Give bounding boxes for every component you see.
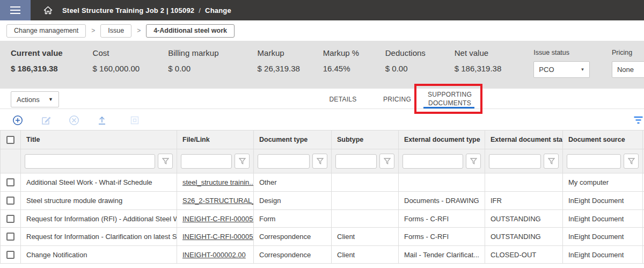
title-separator: / <box>199 6 201 15</box>
cell-external-document-type: Documents - DRAWING <box>399 192 485 210</box>
edit-document-icon[interactable] <box>41 115 52 126</box>
cancel-document-icon[interactable] <box>69 115 79 126</box>
table-row[interactable]: Steel structure module drawing S26_2-STR… <box>1 192 644 210</box>
title-filter-funnel-icon[interactable] <box>158 154 173 169</box>
row-checkbox[interactable] <box>6 178 14 186</box>
external-document-status-filter-input[interactable] <box>489 154 541 169</box>
metric-billing-markup: Billing markup $ 0.00 <box>168 41 257 89</box>
table-row[interactable]: Request for Information - Clarification … <box>1 228 644 246</box>
document-type-filter-funnel-icon[interactable] <box>312 154 327 169</box>
supporting-documents-table: Title File/Link Document type Subtype Ex… <box>0 130 644 264</box>
cell-title: Additional Steel Work - What-if Schedule <box>21 173 177 192</box>
cell-document-source: InEight Document <box>563 246 643 264</box>
home-icon[interactable] <box>36 0 60 20</box>
issue-status-value: PCO <box>539 66 554 74</box>
cell-document-source: InEight Document <box>563 210 643 228</box>
subtype-filter-input[interactable] <box>335 154 377 169</box>
metric-value: $ 186,319.38 <box>11 64 93 73</box>
table-row[interactable]: Change Notification INEIGHT-000002.00 Co… <box>1 246 644 264</box>
cell-document-source: InEight Document <box>563 228 643 246</box>
menu-icon[interactable] <box>0 0 31 20</box>
tab-pricing[interactable]: PRICING <box>381 96 413 103</box>
select-all-checkbox[interactable] <box>6 136 14 144</box>
table-row[interactable]: Additional Steel Work - What-if Schedule… <box>1 173 644 192</box>
metric-value: 16.45% <box>323 64 385 73</box>
metric-label: Markup % <box>323 48 385 57</box>
cell-document-type: Form <box>254 210 332 228</box>
grid-toolbar <box>0 109 644 130</box>
cell-external-document-status: OUTSTANDING <box>485 210 563 228</box>
cell-external-document-status: IFR <box>485 192 563 210</box>
row-checkbox[interactable] <box>6 251 14 259</box>
title-filter-input[interactable] <box>25 154 155 169</box>
file-link[interactable]: INEIGHT-C-RFI-000052 <box>182 233 254 241</box>
column-header-document-source[interactable]: Document source <box>563 131 643 149</box>
file-link-filter-input[interactable] <box>181 154 232 169</box>
project-title: Steel Structure Training Job 2 | 105092 <box>62 6 194 15</box>
external-document-type-filter-funnel-icon[interactable] <box>466 154 481 169</box>
row-checkbox[interactable] <box>6 215 14 223</box>
metric-label: Billing markup <box>168 48 257 57</box>
cell-subtype <box>332 173 399 192</box>
tab-details[interactable]: DETAILS <box>325 96 361 103</box>
cell-title: Steel structure module drawing <box>21 192 177 210</box>
pricing-field: Pricing None <box>612 41 644 89</box>
cell-document-type: Correspondence <box>254 246 332 264</box>
file-link-filter-funnel-icon[interactable] <box>235 154 250 169</box>
metric-label: Current value <box>11 48 93 57</box>
document-source-filter-funnel-icon[interactable] <box>624 154 639 169</box>
cell-subtype <box>332 192 399 210</box>
cell-document-source: My computer <box>563 173 643 192</box>
document-source-filter-input[interactable] <box>567 154 621 169</box>
metric-current-value: Current value $ 186,319.38 <box>11 41 93 89</box>
breadcrumb-issue[interactable]: Issue <box>100 24 131 38</box>
external-document-type-filter-input[interactable] <box>402 154 463 169</box>
pricing-select[interactable]: None <box>612 61 644 78</box>
upload-document-icon[interactable] <box>97 115 107 126</box>
external-document-status-filter-funnel-icon[interactable] <box>544 154 559 169</box>
cell-subtype <box>332 210 399 228</box>
metric-value: $ 0.00 <box>385 64 455 73</box>
tab-supporting-documents[interactable]: SUPPORTING DOCUMENTS <box>421 90 478 107</box>
row-checkbox[interactable] <box>6 197 14 205</box>
file-link[interactable]: S26_2-STRUCTURAL_... <box>182 197 254 205</box>
cell-document-type: Design <box>254 192 332 210</box>
file-link[interactable]: steel_structure trainin... <box>182 178 254 186</box>
table-row[interactable]: Request for Information (RFI) - Addition… <box>1 210 644 228</box>
cell-subtype: Client <box>332 228 399 246</box>
issue-status-select[interactable]: PCO ▼ <box>533 61 590 78</box>
column-header-subtype[interactable]: Subtype <box>332 131 399 149</box>
cell-external-document-type <box>399 173 485 192</box>
pricing-value: None <box>617 66 634 74</box>
subtype-filter-funnel-icon[interactable] <box>379 154 394 169</box>
file-link[interactable]: INEIGHT-000002.00 <box>182 251 246 259</box>
document-type-filter-input[interactable] <box>258 154 310 169</box>
breadcrumb-change-management[interactable]: Change management <box>6 24 86 38</box>
column-header-document-type[interactable]: Document type <box>254 131 332 149</box>
breadcrumb: Change management > Issue > 4-Additional… <box>0 20 644 41</box>
breadcrumb-current-issue[interactable]: 4-Additional steel work <box>146 24 235 38</box>
column-header-external-document-status[interactable]: External document sta... <box>485 131 563 149</box>
filter-list-icon[interactable] <box>633 115 643 125</box>
metric-value: $ 186,319.38 <box>455 64 534 73</box>
actions-label: Actions <box>17 96 40 104</box>
metric-label: Net value <box>455 48 534 57</box>
issue-status-label: Issue status <box>533 49 612 56</box>
issue-status-field: Issue status PCO ▼ <box>533 41 612 89</box>
cell-external-document-status <box>485 173 563 192</box>
row-checkbox[interactable] <box>6 233 14 241</box>
actions-button[interactable]: Actions ▼ <box>11 91 59 107</box>
column-header-file-link[interactable]: File/Link <box>177 131 254 149</box>
column-header-title[interactable]: Title <box>21 131 177 149</box>
associate-document-icon[interactable] <box>129 115 140 126</box>
file-link[interactable]: INEIGHT-C-RFI-000050 <box>182 215 254 223</box>
column-header-external-document-type[interactable]: External document type <box>399 131 485 149</box>
metric-label: Markup <box>258 48 323 57</box>
metric-markup-percent: Markup % 16.45% <box>323 41 385 89</box>
cell-title: Request for Information - Clarification … <box>21 228 177 246</box>
metric-net-value: Net value $ 186,319.38 <box>455 41 534 89</box>
cell-external-document-type: Forms - C-RFI <box>399 210 485 228</box>
cell-external-document-status: OUTSTANDING <box>485 228 563 246</box>
chevron-down-icon: ▼ <box>580 67 584 72</box>
add-document-icon[interactable] <box>12 115 23 126</box>
